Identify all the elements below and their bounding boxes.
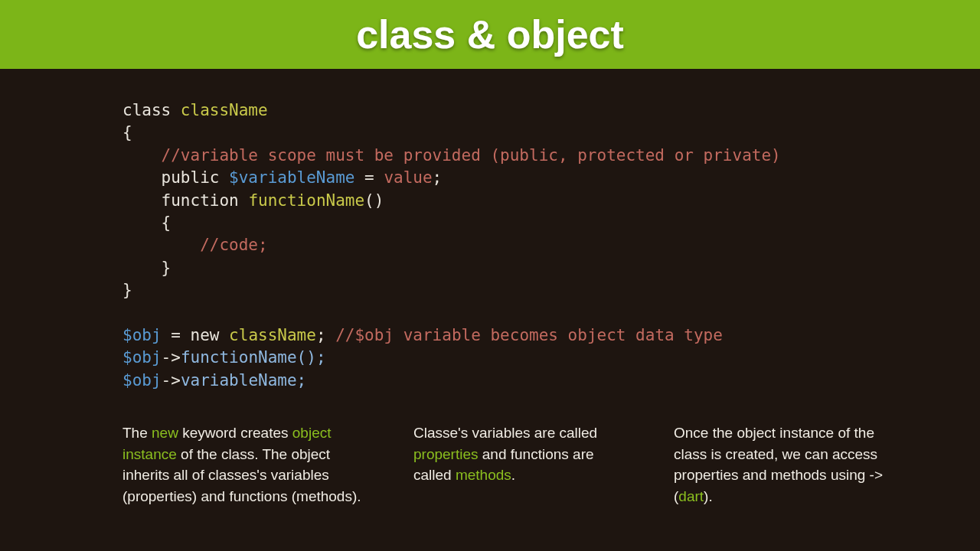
code-brace: { [122, 123, 132, 142]
highlight: dart [678, 488, 704, 504]
highlight: properties [413, 446, 479, 462]
code-call: functionName(); [181, 348, 326, 367]
page-title: class & object [356, 11, 624, 57]
column-1: The new keyword creates object instance … [122, 422, 368, 507]
code-semi: ; [433, 168, 443, 187]
code-arrow: -> [162, 348, 181, 367]
highlight: methods [456, 467, 511, 483]
code-keyword: public [122, 168, 229, 187]
code-block: class className { //variable scope must … [0, 69, 980, 392]
code-variable: $obj [122, 326, 162, 344]
code-keyword: class [122, 101, 171, 119]
header: class & object [0, 0, 980, 69]
code-keyword: function [122, 191, 248, 210]
code-classname: className [171, 101, 267, 119]
code-variable: $variableName [229, 168, 354, 187]
code-paren: () [364, 191, 384, 210]
code-arrow: -> [162, 371, 181, 390]
explanation-columns: The new keyword creates object instance … [0, 392, 980, 507]
code-brace: } [122, 259, 171, 277]
code-keyword: new [191, 326, 220, 344]
code-brace: { [122, 214, 171, 232]
text: . [511, 467, 515, 483]
code-variable: $obj [122, 348, 162, 367]
code-fnname: functionName [248, 191, 364, 210]
code-op: = [354, 168, 384, 187]
code-comment: //code; [122, 236, 268, 254]
code-comment: //variable scope must be provided (publi… [122, 146, 781, 165]
highlight: new [152, 425, 178, 441]
code-value: value [384, 168, 432, 187]
text: ). [704, 488, 713, 504]
code-semi: ; [316, 326, 335, 344]
column-3: Once the object instance of the class is… [674, 422, 903, 507]
text: The [122, 425, 152, 441]
text: Classe's variables are called [413, 425, 597, 441]
code-classname: className [219, 326, 315, 344]
code-op: = [162, 326, 191, 344]
code-comment: //$obj variable becomes object data type [335, 326, 723, 344]
text: keyword creates [178, 425, 292, 441]
code-variable: $obj [122, 371, 162, 390]
code-brace: } [122, 281, 132, 299]
column-2: Classe's variables are called properties… [413, 422, 628, 507]
code-prop: variableName; [181, 371, 306, 390]
